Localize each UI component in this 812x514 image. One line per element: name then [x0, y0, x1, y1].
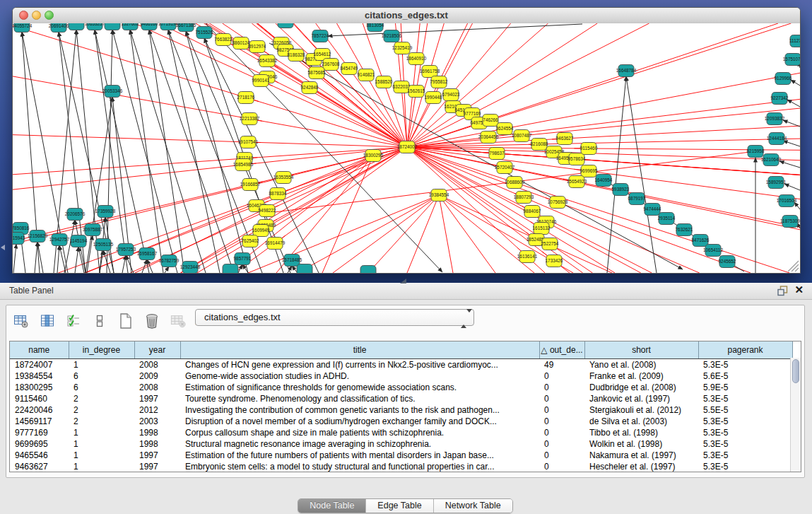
table-row[interactable]: 946362711997Embryonic stem cells: a mode…: [10, 461, 792, 472]
table-cell[interactable]: Jankovic et al. (1997): [584, 393, 698, 404]
graph-node[interactable]: 1562615: [408, 86, 425, 98]
table-cell[interactable]: 0: [539, 370, 584, 382]
table-cell[interactable]: 6: [69, 382, 134, 393]
table-cell[interactable]: 5.3E-5: [698, 461, 792, 472]
graph-node[interactable]: 8813054: [367, 23, 384, 32]
graph-node[interactable]: 16854985: [233, 159, 254, 171]
graph-node[interactable]: 1145194: [70, 235, 88, 247]
table-cell[interactable]: 2: [69, 416, 134, 427]
column-header-pagerank[interactable]: pagerank: [698, 341, 792, 359]
graph-node[interactable]: 16353554: [273, 172, 294, 184]
table-cell[interactable]: 1: [69, 427, 134, 438]
graph-node[interactable]: 9857791: [234, 253, 252, 265]
graph-node[interactable]: 18724007: [397, 141, 418, 153]
table-cell[interactable]: 5.3E-5: [698, 359, 792, 371]
graph-node[interactable]: 18807293: [514, 192, 534, 204]
graph-node[interactable]: 9242848: [301, 82, 319, 94]
graph-node[interactable]: 10653257: [85, 23, 105, 30]
table-cell[interactable]: 1998: [134, 438, 180, 450]
graph-node[interactable]: 746266: [483, 115, 498, 127]
graph-node[interactable]: 1588520: [375, 76, 393, 88]
graph-node[interactable]: 20206576: [65, 209, 86, 221]
table-cell[interactable]: Franke et al. (2009): [584, 370, 698, 382]
table-cell[interactable]: 2: [69, 393, 134, 404]
graph-node[interactable]: 2522754: [541, 238, 559, 250]
table-cell[interactable]: 0: [539, 404, 584, 416]
scrollbar-thumb[interactable]: [792, 359, 799, 383]
network-canvas[interactable]: 2405572420691406106532571527602646616010…: [13, 23, 800, 273]
table-row[interactable]: 1872400712008Changes of HCN gene express…: [10, 359, 792, 371]
graph-node[interactable]: [297, 264, 312, 274]
graph-node[interactable]: 18640910: [406, 53, 427, 65]
table-cell[interactable]: 5.3E-5: [698, 427, 792, 438]
graph-node[interactable]: [105, 23, 120, 30]
graph-node[interactable]: 24055724: [13, 23, 33, 33]
graph-node[interactable]: 9227342: [771, 93, 789, 105]
table-cell[interactable]: 0: [539, 450, 584, 461]
table-cell[interactable]: 1: [69, 450, 134, 461]
table-cell[interactable]: 1998: [134, 427, 180, 438]
graph-node[interactable]: 8454749: [341, 63, 358, 75]
table-cell[interactable]: 1: [69, 438, 134, 450]
graph-node[interactable]: 6879197: [628, 193, 646, 205]
table-cell[interactable]: 1: [69, 461, 134, 472]
graph-node[interactable]: 9129966: [775, 73, 792, 85]
table-cell[interactable]: 18300295: [10, 382, 69, 393]
graph-node[interactable]: 2935114: [658, 213, 676, 225]
table-row[interactable]: 977716911998Corpus callosum shape and si…: [10, 427, 792, 438]
table-cell[interactable]: 0: [539, 438, 584, 450]
graph-node[interactable]: 1640954: [595, 175, 613, 187]
graph-node[interactable]: 17957253: [116, 244, 136, 256]
graph-node[interactable]: 17359928: [95, 206, 116, 218]
column-header-name[interactable]: name: [10, 341, 69, 359]
graph-node[interactable]: 1527602: [122, 23, 139, 30]
graph-node[interactable]: 19384554: [429, 189, 449, 201]
graph-node[interactable]: 18300295: [363, 150, 384, 162]
collapse-panel-arrow-icon[interactable]: [1, 245, 5, 250]
graph-node[interactable]: 16543382: [257, 55, 278, 67]
graph-node[interactable]: 12505135: [93, 239, 114, 251]
table-cell[interactable]: Changes of HCN gene expression and I(f) …: [180, 359, 539, 371]
graph-node[interactable]: [223, 264, 238, 274]
graph-node[interactable]: 5938923: [612, 184, 630, 196]
table-cell[interactable]: Dudbridge et al. (2008): [584, 382, 698, 393]
graph-node[interactable]: 12325419: [392, 42, 413, 54]
table-cell[interactable]: 5.3E-5: [698, 450, 792, 461]
graph-node[interactable]: 16210643: [761, 154, 782, 166]
table-cell[interactable]: 2008: [134, 382, 180, 393]
graph-node[interactable]: 8860124: [233, 37, 250, 49]
table-cell[interactable]: 0: [539, 393, 584, 404]
table-cell[interactable]: 22420046: [10, 404, 69, 416]
window-titlebar[interactable]: citations_edges.txt: [13, 8, 800, 24]
graph-node[interactable]: 1733426: [546, 255, 563, 267]
graph-node[interactable]: 16958167: [137, 248, 158, 260]
graph-node[interactable]: 6466160: [141, 23, 158, 30]
graph-node[interactable]: 8878334: [269, 188, 287, 200]
graph-node[interactable]: 15654923: [567, 176, 587, 188]
table-cell[interactable]: 9777169: [10, 427, 69, 438]
table-cell[interactable]: 0: [539, 427, 584, 438]
table-cell[interactable]: 5.5E-5: [698, 404, 792, 416]
graph-node[interactable]: 12923448: [180, 262, 201, 274]
table-cell[interactable]: 2009: [134, 370, 180, 382]
new-document-icon[interactable]: [118, 313, 134, 329]
graph-node[interactable]: 9990141: [252, 75, 270, 87]
table-cell[interactable]: 18724007: [10, 359, 69, 371]
graph-node[interactable]: 16782759: [159, 255, 180, 267]
graph-node[interactable]: 3915943: [13, 233, 25, 245]
select-all-checklist-icon[interactable]: [66, 313, 81, 329]
table-cell[interactable]: 1997: [134, 461, 180, 472]
table-cell[interactable]: Structural magnetic resonance image aver…: [180, 438, 539, 450]
graph-node[interactable]: 8216088: [531, 139, 548, 151]
graph-node[interactable]: 12093832: [765, 113, 785, 125]
table-cell[interactable]: Wolkin et al. (1998): [584, 438, 698, 450]
table-cell[interactable]: Tourette syndrome. Phenomenology and cla…: [180, 393, 539, 404]
column-header-year[interactable]: year: [134, 341, 180, 359]
graph-node[interactable]: 9498222: [259, 205, 276, 217]
graph-node[interactable]: 1615132: [533, 223, 551, 235]
graph-node[interactable]: 9245652: [719, 256, 736, 268]
graph-node[interactable]: 798637: [489, 148, 505, 160]
tab-network-table[interactable]: Network Table: [434, 499, 512, 513]
graph-node[interactable]: 16671385: [176, 23, 196, 32]
tab-node-table[interactable]: Node Table: [298, 499, 366, 513]
